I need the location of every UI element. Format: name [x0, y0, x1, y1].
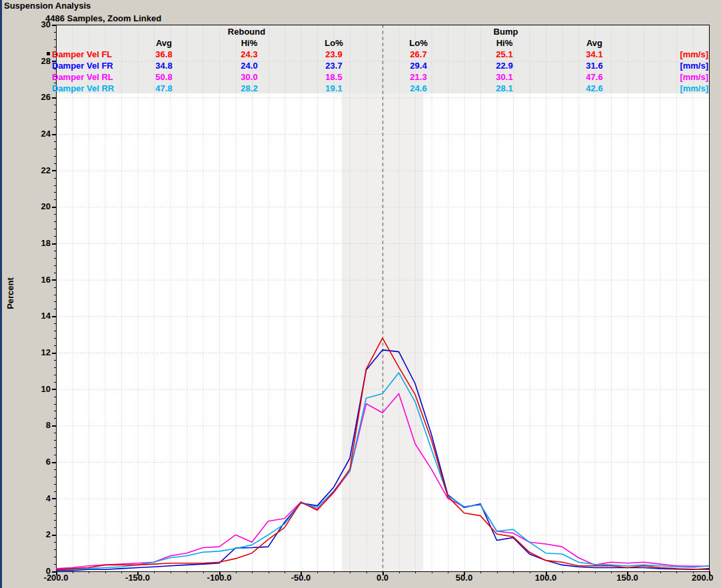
x-tick-label: 200.0: [692, 573, 714, 583]
x-tick-label: -150.0: [125, 573, 150, 583]
x-tick-label: 150.0: [616, 573, 638, 583]
y-tick-label: 30: [0, 19, 51, 29]
x-tick-label: 100.0: [535, 573, 557, 583]
y-tick-label: 4: [0, 493, 51, 503]
y-tick-label: 0: [0, 566, 51, 576]
y-tick-label: 20: [0, 201, 51, 211]
selected-channel-marker: [47, 52, 50, 55]
y-tick-label: 24: [0, 129, 51, 139]
y-tick-label: 28: [0, 56, 51, 66]
x-tick-label: 0.0: [376, 573, 388, 583]
y-tick-label: 18: [0, 238, 51, 248]
y-tick-label: 14: [0, 311, 51, 321]
x-tick-label: 50.0: [456, 573, 472, 583]
y-tick-label: 10: [0, 384, 51, 394]
y-tick-label: 6: [0, 457, 51, 467]
x-tick-label: -100.0: [207, 573, 232, 583]
y-tick-label: 2: [0, 529, 51, 539]
y-tick-label: 8: [0, 420, 51, 430]
y-tick-label: 26: [0, 92, 51, 102]
y-tick-label: 12: [0, 347, 51, 357]
y-tick-label: 22: [0, 165, 51, 175]
x-tick-label: -50.0: [291, 573, 311, 583]
plot-area[interactable]: [56, 25, 709, 571]
y-tick-label: 16: [0, 275, 51, 285]
